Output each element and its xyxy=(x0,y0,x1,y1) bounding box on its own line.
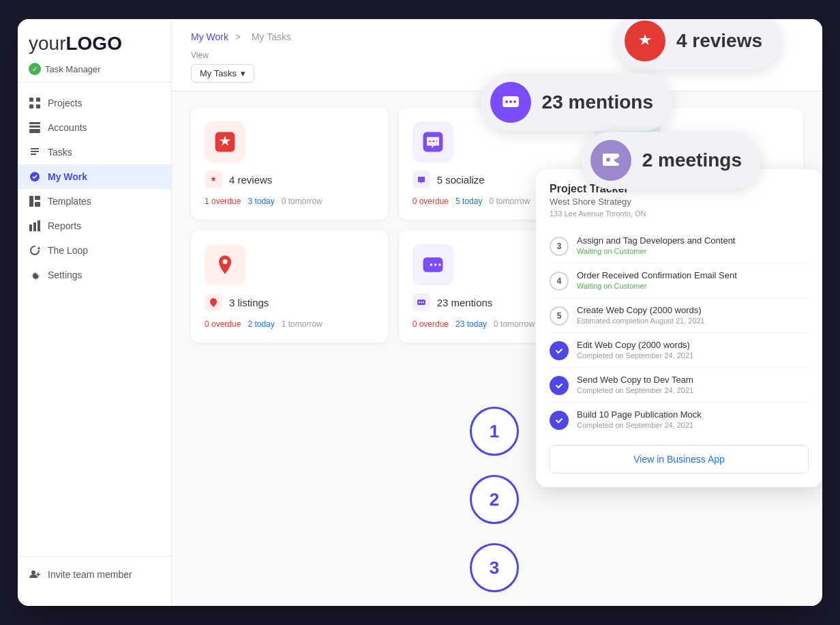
reviews-count: 4 reviews xyxy=(229,174,272,186)
svg-point-37 xyxy=(606,158,610,162)
mentions-count: 23 mentions xyxy=(437,297,493,308)
card-reviews[interactable]: 4 reviews 1 overdue 3 today 0 tomorrow xyxy=(191,108,388,220)
task-sub-send: Completed on September 24, 2021 xyxy=(577,386,693,394)
task-item-4: 4 Order Received Confirmation Email Sent… xyxy=(550,263,809,298)
socialize-tomorrow: 0 tomorrow xyxy=(489,197,530,206)
breadcrumb-home[interactable]: My Work xyxy=(191,31,228,42)
tracker-panel: Project Tracker West Shore Strategy 133 … xyxy=(536,169,822,487)
task-sub-3: Waiting on Customer xyxy=(577,247,735,255)
sidebar-item-theloop[interactable]: The Loop xyxy=(18,238,171,263)
task-title-3: Assign and Tag Developers and Content xyxy=(577,235,735,246)
circle-2-text: 2 xyxy=(490,489,499,510)
meetings-panel-icon xyxy=(590,140,631,181)
task-check-build xyxy=(550,411,569,430)
floating-reviews: 4 reviews xyxy=(615,19,781,70)
circle-1-text: 1 xyxy=(490,421,499,442)
accounts-label: Accounts xyxy=(48,122,87,133)
reviews-panel-icon xyxy=(625,20,665,61)
task-title-send: Send Web Copy to Dev Team xyxy=(577,375,693,385)
svg-rect-2 xyxy=(29,104,33,108)
svg-rect-0 xyxy=(29,98,33,102)
reviews-tomorrow: 0 tomorrow xyxy=(282,197,322,206)
svg-point-33 xyxy=(509,100,512,103)
card-listings[interactable]: 3 listings 0 overdue 2 today 1 tomorrow xyxy=(191,231,388,343)
mywork-label: My Work xyxy=(48,171,87,182)
meetings-panel-text: 2 meetings xyxy=(642,149,742,171)
mentions-today: 23 today xyxy=(455,319,487,329)
task-check-edit xyxy=(550,341,569,360)
app-container: yourLOGO ✓ Task Manager Projects xyxy=(18,19,822,606)
task-check-send xyxy=(550,376,569,395)
listings-icon-wrapper xyxy=(205,244,245,285)
tracker-company: West Shore Strategy xyxy=(550,197,809,207)
svg-rect-13 xyxy=(33,222,36,231)
numbered-circle-2: 2 xyxy=(470,475,519,524)
socialize-icon-wrapper xyxy=(412,121,453,162)
tracker-address: 133 Lee Avenue Toronto, ON xyxy=(550,209,809,218)
tasks-label: Tasks xyxy=(48,147,72,158)
circle-3-text: 3 xyxy=(490,557,499,579)
reviews-overdue: 1 overdue xyxy=(205,197,241,206)
svg-rect-19 xyxy=(432,141,435,142)
floating-meetings: 2 meetings xyxy=(581,132,761,189)
reviews-today: 3 today xyxy=(247,197,274,206)
task-sub-build: Completed on September 24, 2021 xyxy=(577,421,702,429)
sidebar-item-projects[interactable]: Projects xyxy=(18,91,171,115)
task-sub-edit: Completed on September 24, 2021 xyxy=(577,351,693,360)
svg-point-15 xyxy=(31,570,35,575)
svg-rect-20 xyxy=(436,141,437,142)
task-info-build: Build 10 Page Publication Mock Completed… xyxy=(577,409,702,429)
task-number-5: 5 xyxy=(550,306,569,325)
socialize-overdue: 0 overdue xyxy=(412,197,449,206)
sidebar-item-tasks[interactable]: Tasks xyxy=(18,140,171,164)
workspace-name: Task Manager xyxy=(45,64,101,74)
person-plus-icon xyxy=(29,568,41,581)
sidebar-item-mywork[interactable]: My Work xyxy=(18,164,171,189)
sidebar-item-invite[interactable]: Invite team member xyxy=(18,562,171,587)
listings-count: 3 listings xyxy=(229,297,269,308)
mentions-overdue: 0 overdue xyxy=(412,319,449,329)
layout-icon xyxy=(29,195,41,207)
svg-rect-12 xyxy=(29,224,32,231)
reports-label: Reports xyxy=(48,220,81,231)
svg-point-34 xyxy=(513,100,516,103)
svg-rect-1 xyxy=(36,98,40,102)
svg-point-26 xyxy=(438,263,441,266)
task-item-5: 5 Create Web Copy (2000 words) Estimated… xyxy=(550,298,809,333)
task-title-5: Create Web Copy (2000 words) xyxy=(577,305,705,315)
svg-rect-5 xyxy=(29,126,40,128)
view-selector[interactable]: My Tasks ▾ xyxy=(191,64,254,83)
svg-point-32 xyxy=(505,100,508,103)
socialize-today: 5 today xyxy=(455,197,482,206)
check-icon xyxy=(29,146,41,158)
svg-rect-3 xyxy=(36,104,40,108)
sidebar: yourLOGO ✓ Task Manager Projects xyxy=(18,19,172,606)
listings-overdue: 0 overdue xyxy=(205,319,241,329)
task-title-4: Order Received Confirmation Email Sent xyxy=(577,270,737,280)
sidebar-item-accounts[interactable]: Accounts xyxy=(18,115,171,140)
gear-icon xyxy=(29,269,41,281)
task-sub-4: Waiting on Customer xyxy=(577,282,737,290)
templates-label: Templates xyxy=(48,196,91,207)
sidebar-bottom: Invite team member xyxy=(18,556,171,592)
breadcrumb-separator: > xyxy=(235,31,243,42)
svg-point-30 xyxy=(423,302,424,303)
svg-rect-14 xyxy=(38,220,40,231)
task-info-5: Create Web Copy (2000 words) Estimated c… xyxy=(577,305,705,325)
view-selector-text: My Tasks xyxy=(200,68,237,78)
task-number-4: 4 xyxy=(550,272,569,291)
view-in-app-button[interactable]: View in Business App xyxy=(550,445,809,474)
sidebar-item-settings[interactable]: Settings xyxy=(18,263,171,287)
task-info-4: Order Received Confirmation Email Sent W… xyxy=(577,270,737,290)
task-info-send: Send Web Copy to Dev Team Completed on S… xyxy=(577,375,693,394)
floating-mentions: 23 mentions xyxy=(481,74,672,131)
mentions-panel-text: 23 mentions xyxy=(542,91,653,113)
chevron-down-icon: ▾ xyxy=(241,68,245,78)
sidebar-item-templates[interactable]: Templates xyxy=(18,189,171,214)
sidebar-header: yourLOGO ✓ Task Manager xyxy=(18,19,171,83)
sidebar-item-reports[interactable]: Reports xyxy=(18,214,171,238)
svg-rect-7 xyxy=(29,131,40,133)
mentions-icon-wrapper xyxy=(412,244,453,285)
sidebar-nav: Projects Accounts Tasks xyxy=(18,83,171,556)
task-info-3: Assign and Tag Developers and Content Wa… xyxy=(577,235,735,255)
